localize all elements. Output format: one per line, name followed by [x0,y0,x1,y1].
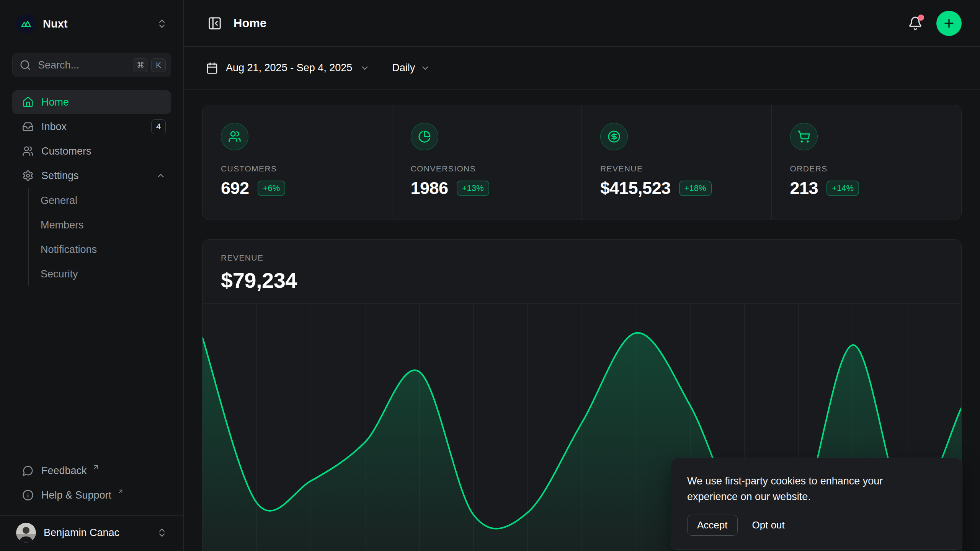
revenue-chart-value: $79,234 [221,268,943,293]
stats-card: CUSTOMERS 692 +6% CONVERSIONS 1986 +13% [202,105,962,220]
panel-left-close-icon [207,16,222,31]
sidebar-item-home[interactable]: Home [12,90,171,114]
cookie-banner: We use first-party cookies to enhance yo… [671,458,962,550]
users-icon [221,123,248,150]
granularity-value: Daily [392,62,415,74]
date-range-value: Aug 21, 2025 - Sep 4, 2025 [226,62,352,74]
chevron-down-icon [360,63,370,73]
kbd-cmd: ⌘ [133,58,148,72]
search-input[interactable]: Search... ⌘ K [12,53,171,77]
notifications-button[interactable] [906,15,924,32]
cookie-message: We use first-party cookies to enhance yo… [687,473,921,505]
sidebar-item-security[interactable]: Security [41,262,171,286]
user-name: Benjamin Canac [44,527,119,539]
sidebar-item-general[interactable]: General [41,188,171,213]
header-actions [906,11,962,36]
notification-dot [918,15,924,21]
stat-value: 692 [221,178,249,198]
avatar [16,523,36,543]
sidebar-divider [0,515,183,516]
gear-icon [22,170,34,181]
stat-label: REVENUE [600,164,753,173]
shopping-cart-icon [790,123,818,150]
sidebar-nav: Home Inbox 4 Customers Settings [12,90,171,286]
nuxt-logo [16,14,36,34]
cookie-actions: Accept Opt out [687,515,946,536]
sidebar-item-label: Inbox [41,121,67,133]
home-icon [22,96,34,108]
user-menu[interactable]: Benjamin Canac [12,520,171,545]
sidebar-item-feedback[interactable]: Feedback [12,459,171,483]
calendar-icon [206,62,218,74]
sidebar-item-help-support[interactable]: Help & Support [12,483,171,507]
workspace-name: Nuxt [43,18,67,30]
sidebar-item-label: Feedback [41,465,87,477]
arrow-up-right-icon [117,488,124,495]
stat-label: ORDERS [790,164,943,173]
page-title: Home [234,16,266,30]
sidebar-item-label: Settings [41,170,79,182]
sidebar: Nuxt Search... ⌘ K Home [0,0,184,551]
stat-revenue[interactable]: REVENUE $415,523 +18% [582,105,772,220]
chevrons-up-down-icon [157,527,167,538]
circle-dollar-icon [600,123,628,150]
sidebar-item-members[interactable]: Members [41,213,171,237]
chevron-down-icon [420,63,430,73]
search-placeholder: Search... [38,59,126,71]
stat-delta-badge: +14% [826,181,859,196]
sidebar-item-notifications[interactable]: Notifications [41,237,171,262]
stat-label: CONVERSIONS [411,164,564,173]
stat-value: 1986 [411,178,448,198]
sidebar-spacer [12,286,171,459]
stat-delta-badge: +18% [679,181,712,196]
stat-delta-badge: +6% [258,181,286,196]
accept-button[interactable]: Accept [687,515,738,536]
stat-orders[interactable]: ORDERS 213 +14% [772,105,962,220]
workspace-switcher[interactable]: Nuxt [12,11,171,36]
sidebar-item-label: Customers [41,145,91,157]
revenue-chart-header: REVENUE $79,234 [203,240,961,303]
inbox-icon [22,121,34,132]
stat-label: CUSTOMERS [221,164,374,173]
page-header: Home [184,0,980,47]
info-icon [22,489,34,501]
chevrons-up-down-icon [157,18,167,29]
chart-pie-icon [411,123,438,150]
sidebar-item-settings[interactable]: Settings [12,164,171,187]
search-shortcut: ⌘ K [133,58,166,72]
inbox-count-badge: 4 [151,119,166,134]
settings-subnav: General Members Notifications Security [28,188,171,286]
sidebar-item-customers[interactable]: Customers [12,139,171,163]
revenue-chart-label: REVENUE [221,253,943,262]
stat-delta-badge: +13% [457,181,489,196]
stat-value: $415,523 [600,178,671,198]
plus-icon [942,17,956,30]
search-icon [20,59,31,71]
date-range-picker[interactable]: Aug 21, 2025 - Sep 4, 2025 [206,62,370,74]
users-icon [22,145,34,157]
sidebar-item-label: Help & Support [41,489,111,501]
add-button[interactable] [936,11,962,36]
chevron-up-icon [156,171,166,181]
filters-toolbar: Aug 21, 2025 - Sep 4, 2025 Daily [184,47,980,90]
kbd-k: K [151,58,166,72]
arrow-up-right-icon [92,463,100,471]
collapse-sidebar-button[interactable] [206,15,224,32]
opt-out-button[interactable]: Opt out [752,519,785,531]
stat-customers[interactable]: CUSTOMERS 692 +6% [203,105,392,220]
sidebar-item-label: Home [41,96,69,108]
stat-conversions[interactable]: CONVERSIONS 1986 +13% [392,105,582,220]
stat-value: 213 [790,178,818,198]
granularity-select[interactable]: Daily [392,62,430,74]
message-circle-icon [22,465,34,476]
app-root: Nuxt Search... ⌘ K Home [0,0,980,551]
sidebar-item-inbox[interactable]: Inbox 4 [12,115,171,139]
